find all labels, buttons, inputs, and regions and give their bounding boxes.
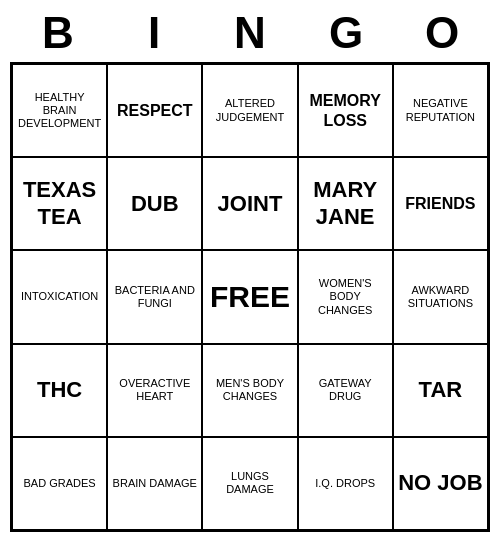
cell-text-19: TAR	[419, 377, 463, 403]
letter-g: G	[306, 8, 386, 58]
letter-o: O	[402, 8, 482, 58]
bingo-cell-10[interactable]: INTOXICATION	[12, 250, 107, 343]
bingo-cell-24[interactable]: NO JOB	[393, 437, 488, 530]
letter-b: B	[18, 8, 98, 58]
cell-text-2: ALTERED JUDGEMENT	[207, 97, 292, 123]
bingo-cell-5[interactable]: TEXAS TEA	[12, 157, 107, 250]
cell-text-20: BAD GRADES	[24, 477, 96, 490]
bingo-cell-0[interactable]: HEALTHY BRAIN DEVELOPMENT	[12, 64, 107, 157]
bingo-cell-9[interactable]: FRIENDS	[393, 157, 488, 250]
cell-text-8: MARY JANE	[303, 177, 388, 230]
letter-n: N	[210, 8, 290, 58]
bingo-cell-2[interactable]: ALTERED JUDGEMENT	[202, 64, 297, 157]
cell-text-17: MEN'S BODY CHANGES	[207, 377, 292, 403]
bingo-cell-1[interactable]: RESPECT	[107, 64, 202, 157]
cell-text-6: DUB	[131, 191, 179, 217]
bingo-cell-16[interactable]: OVERACTIVE HEART	[107, 344, 202, 437]
cell-text-7: JOINT	[218, 191, 283, 217]
cell-text-13: WOMEN'S BODY CHANGES	[303, 277, 388, 317]
cell-text-23: I.Q. DROPS	[315, 477, 375, 490]
cell-text-24: NO JOB	[398, 470, 482, 496]
bingo-cell-18[interactable]: GATEWAY DRUG	[298, 344, 393, 437]
bingo-cell-22[interactable]: LUNGS DAMAGE	[202, 437, 297, 530]
bingo-cell-17[interactable]: MEN'S BODY CHANGES	[202, 344, 297, 437]
bingo-cell-20[interactable]: BAD GRADES	[12, 437, 107, 530]
bingo-cell-3[interactable]: MEMORY LOSS	[298, 64, 393, 157]
bingo-cell-14[interactable]: AWKWARD SITUATIONS	[393, 250, 488, 343]
cell-text-9: FRIENDS	[405, 194, 475, 213]
bingo-cell-13[interactable]: WOMEN'S BODY CHANGES	[298, 250, 393, 343]
cell-text-21: BRAIN DAMAGE	[113, 477, 197, 490]
bingo-cell-21[interactable]: BRAIN DAMAGE	[107, 437, 202, 530]
bingo-cell-23[interactable]: I.Q. DROPS	[298, 437, 393, 530]
cell-text-3: MEMORY LOSS	[303, 91, 388, 129]
bingo-cell-8[interactable]: MARY JANE	[298, 157, 393, 250]
letter-i: I	[114, 8, 194, 58]
bingo-cell-12[interactable]: FREE	[202, 250, 297, 343]
cell-text-15: THC	[37, 377, 82, 403]
cell-text-18: GATEWAY DRUG	[303, 377, 388, 403]
bingo-cell-11[interactable]: BACTERIA AND FUNGI	[107, 250, 202, 343]
cell-text-16: OVERACTIVE HEART	[112, 377, 197, 403]
bingo-grid: HEALTHY BRAIN DEVELOPMENTRESPECTALTERED …	[10, 62, 490, 532]
bingo-cell-4[interactable]: NEGATIVE REPUTATION	[393, 64, 488, 157]
bingo-cell-7[interactable]: JOINT	[202, 157, 297, 250]
bingo-cell-6[interactable]: DUB	[107, 157, 202, 250]
cell-text-22: LUNGS DAMAGE	[207, 470, 292, 496]
cell-text-5: TEXAS TEA	[17, 177, 102, 230]
bingo-header: B I N G O	[10, 0, 490, 62]
cell-text-1: RESPECT	[117, 101, 193, 120]
cell-text-12: FREE	[210, 279, 290, 315]
cell-text-0: HEALTHY BRAIN DEVELOPMENT	[17, 91, 102, 131]
cell-text-4: NEGATIVE REPUTATION	[398, 97, 483, 123]
cell-text-11: BACTERIA AND FUNGI	[112, 284, 197, 310]
cell-text-10: INTOXICATION	[21, 290, 98, 303]
bingo-cell-19[interactable]: TAR	[393, 344, 488, 437]
cell-text-14: AWKWARD SITUATIONS	[398, 284, 483, 310]
bingo-cell-15[interactable]: THC	[12, 344, 107, 437]
